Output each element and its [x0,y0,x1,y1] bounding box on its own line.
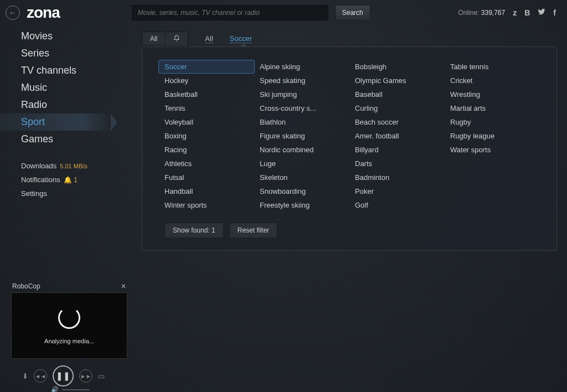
filter-link-sport[interactable]: Soccer [230,34,252,43]
download-icon[interactable]: ⬇ [22,372,28,380]
player-status: Analyzing media... [44,338,94,344]
search-button[interactable]: Search [335,5,370,20]
sport-item[interactable]: Alpine skiing [260,63,344,71]
sport-item[interactable]: Voleyball [164,118,249,126]
sport-item[interactable]: Handball [164,187,249,195]
sidebar-notifications[interactable]: Notifications🔔 1 [21,173,111,187]
nav-item-sport[interactable]: Sport [0,114,111,131]
mini-player: RoboCop ✕ Analyzing media... [11,280,127,359]
sport-item[interactable]: Luge [260,159,344,168]
sport-item[interactable]: Baseball [355,90,439,99]
vk-icon[interactable]: B [524,8,530,17]
sport-item[interactable]: Curling [355,104,439,112]
filter-link-all[interactable]: All [205,34,213,43]
volume-slider[interactable] [62,389,90,390]
sport-item[interactable]: Winter sports [164,201,249,209]
sport-item[interactable]: Wrestling [450,90,534,99]
sport-item[interactable]: Rugby [450,118,534,126]
show-found-button[interactable]: Show found: 1 [164,223,224,238]
reset-filter-button[interactable]: Reset filter [229,223,277,238]
app-logo: zona [27,4,60,22]
player-close-icon[interactable]: ✕ [121,282,126,290]
sport-item[interactable]: Martial arts [450,104,534,112]
player-controls: ⬇ ◄◄ ❚❚ ►► ▭ [22,365,105,386]
sport-item[interactable]: Cross-country s... [260,104,344,112]
sport-item[interactable]: Ski jumping [260,90,344,99]
player-title: RoboCop [12,282,40,290]
nav-item-games[interactable]: Games [21,131,111,148]
sport-item[interactable]: Racing [164,146,249,154]
sport-item[interactable]: Nordic combined [260,146,344,154]
sidebar-downloads[interactable]: Downloads5.01 MB/s [21,159,111,173]
volume-icon: 🔊 [51,386,59,392]
sport-item[interactable]: Athletics [164,159,249,168]
sport-item[interactable]: Speed skating [260,76,344,85]
search-input[interactable] [132,5,328,20]
sport-item[interactable]: Beach soccer [355,118,439,126]
sidebar-settings[interactable]: Settings [21,187,111,200]
sport-item[interactable]: Badminton [355,173,439,182]
nav-item-series[interactable]: Series [21,45,111,62]
filter-tab-all[interactable]: All [142,32,166,46]
twitter-icon[interactable] [538,8,545,17]
pause-button[interactable]: ❚❚ [53,365,74,386]
player-video[interactable]: Analyzing media... [11,292,127,359]
sport-item[interactable]: Cricket [450,76,534,85]
sport-item[interactable]: Biathlon [260,118,344,126]
sport-item[interactable]: Rugby league [450,132,534,140]
sport-item[interactable]: Darts [355,159,439,168]
sport-item[interactable]: Table tennis [450,63,534,71]
sport-item[interactable]: Snowboarding [260,187,344,195]
sport-dropdown: SoccerHockeyBasketballTennisVoleyballBox… [142,47,557,251]
sport-item[interactable]: Figure skating [260,132,344,140]
nav-item-movies[interactable]: Movies [21,28,111,45]
sport-item[interactable]: Basketball [164,90,249,99]
sport-item[interactable]: Freestyle skiing [260,201,344,209]
fullscreen-icon[interactable]: ▭ [98,372,105,380]
sport-item[interactable]: Futsal [164,173,249,182]
nav-item-tv-channels[interactable]: TV channels [21,62,111,79]
sport-item[interactable]: Soccer [158,60,255,74]
back-button[interactable]: ← [6,6,20,20]
sport-item[interactable]: Poker [355,187,439,195]
next-button[interactable]: ►► [79,369,92,383]
facebook-icon[interactable]: f [553,8,556,17]
sport-item[interactable]: Hockey [164,76,249,85]
sport-item[interactable]: Olympic Games [355,76,439,85]
sport-item[interactable]: Golf [355,201,439,209]
volume-control[interactable]: 🔊 [51,386,90,392]
sport-item[interactable]: Skeleton [260,173,344,182]
sport-item[interactable]: Boxing [164,132,249,140]
sidebar: MoviesSeriesTV channelsMusicRadioSportGa… [0,28,111,200]
zen-icon[interactable]: z [513,8,517,17]
sport-item[interactable]: Amer. football [355,132,439,140]
filter-tab-bell[interactable] [166,32,188,47]
nav-item-music[interactable]: Music [21,79,111,96]
sport-item[interactable]: Tennis [164,104,249,112]
sport-item[interactable]: Bobsleigh [355,63,439,71]
sport-item[interactable]: Water sports [450,146,534,154]
loading-spinner-icon [58,307,80,329]
online-label: Online: 339,767 [458,9,505,17]
sport-item[interactable]: Billyard [355,146,439,154]
filter-bar: All All Soccer [142,31,252,47]
nav-item-radio[interactable]: Radio [21,96,111,114]
prev-button[interactable]: ◄◄ [34,369,47,383]
